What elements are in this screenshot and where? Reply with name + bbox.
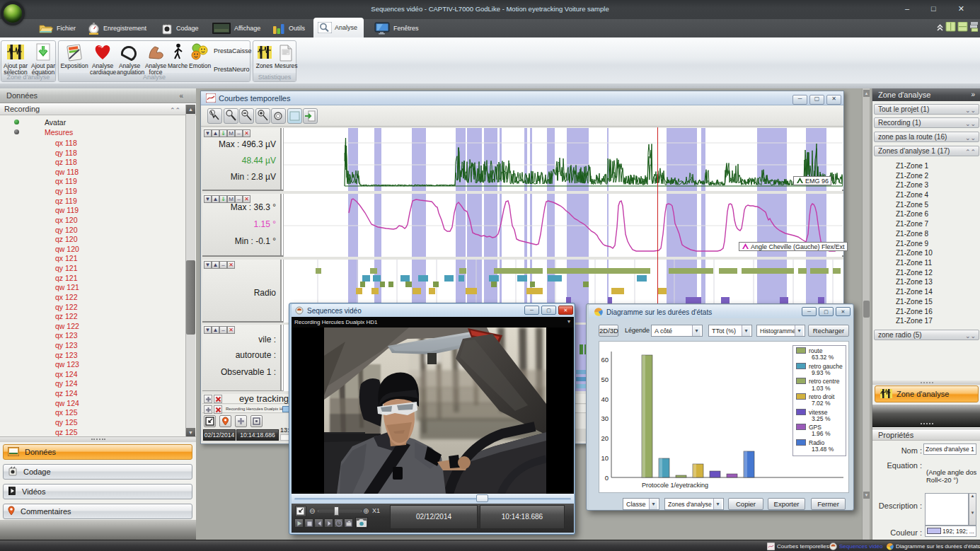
svg-text:60: 60 <box>601 356 609 364</box>
svg-text:0: 0 <box>605 474 609 482</box>
svg-text:Protocole 1/eyetracking: Protocole 1/eyetracking <box>642 482 708 489</box>
svg-text:50: 50 <box>601 376 609 383</box>
svg-text:10: 10 <box>601 454 609 462</box>
svg-text:30: 30 <box>601 414 609 422</box>
svg-text:20: 20 <box>601 434 609 442</box>
svg-text:40: 40 <box>601 395 609 403</box>
